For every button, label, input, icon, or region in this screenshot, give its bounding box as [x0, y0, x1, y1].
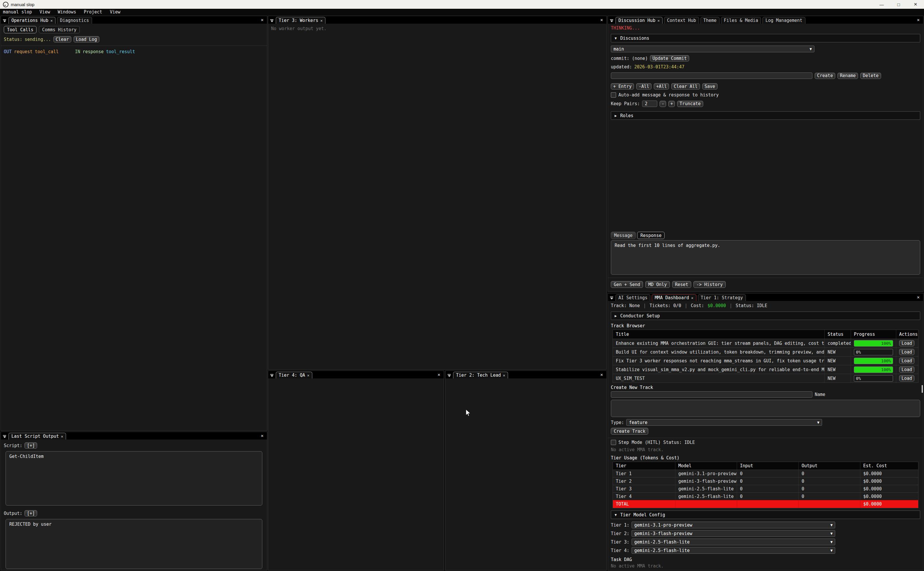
load-log-button[interactable]: Load Log	[74, 36, 99, 42]
close-button[interactable]: ✕	[907, 0, 924, 9]
pairs-increment-button[interactable]: +	[668, 101, 675, 107]
autoadd-checkbox[interactable]	[611, 93, 616, 97]
tab-tier3-workers[interactable]: Tier 3: Workers ✕	[276, 17, 325, 24]
conductor-setup-section-header[interactable]: ▶ Conductor Setup	[611, 312, 920, 320]
scrollbar-thumb[interactable]	[922, 385, 923, 393]
update-commit-button[interactable]: Update Commit	[650, 55, 689, 61]
output-expand-button[interactable]: [+]	[25, 510, 37, 516]
md-only-button[interactable]: MD Only	[645, 281, 670, 288]
create-button[interactable]: Create	[815, 73, 835, 79]
panel-dock-icon[interactable]	[270, 374, 274, 377]
load-button[interactable]: Load	[899, 358, 914, 364]
panel-close-icon[interactable]: ✕	[599, 17, 605, 23]
panel-close-icon[interactable]: ✕	[915, 17, 921, 23]
subtab-tool-calls[interactable]: Tool Calls	[4, 26, 37, 33]
branch-select[interactable]: main ▼	[611, 46, 815, 52]
tab-theme[interactable]: Theme	[701, 17, 719, 24]
minus-all-button[interactable]: -All	[636, 83, 651, 90]
delete-button[interactable]: Delete	[860, 73, 881, 79]
table-row[interactable]: UX_SIM_TEST NEW 0% Load	[613, 374, 918, 383]
keep-pairs-input[interactable]: 2	[642, 100, 657, 107]
gen-send-button[interactable]: Gen + Send	[611, 281, 643, 288]
close-icon[interactable]: ✕	[61, 434, 63, 438]
clear-button[interactable]: Clear	[54, 36, 71, 42]
tier2-model-select[interactable]: gemini-3-flash-preview ▼	[631, 530, 835, 537]
load-button[interactable]: Load	[899, 349, 914, 355]
roles-section-header[interactable]: ▶ Roles	[611, 111, 920, 120]
menu-item-view2[interactable]: View	[110, 9, 120, 15]
tool-call-log-row[interactable]: OUT request tool_call IN response tool_r…	[4, 49, 264, 54]
tab-operations-hub[interactable]: Operations Hub ✕	[8, 17, 55, 24]
tab-discussion-hub[interactable]: Discussion Hub ✕	[616, 17, 662, 24]
tab-files-media[interactable]: Files & Media	[721, 17, 761, 24]
step-mode-checkbox[interactable]	[611, 440, 616, 445]
panel-dock-icon[interactable]	[3, 435, 6, 438]
table-row[interactable]: Build UI for context window utilization,…	[613, 347, 918, 356]
menu-item-project[interactable]: Project	[84, 9, 102, 15]
discussion-name-input[interactable]	[611, 73, 812, 79]
panel-close-icon[interactable]: ✕	[915, 295, 921, 300]
maximize-button[interactable]: □	[890, 0, 907, 9]
table-row[interactable]: Stabilize visual_sim_mma_v2.py and mock_…	[613, 365, 918, 374]
to-history-button[interactable]: -> History	[693, 281, 725, 288]
tab-context-hub[interactable]: Context Hub	[664, 17, 699, 24]
tab-mma-dashboard[interactable]: MMA Dashboard ✕	[652, 294, 696, 301]
track-name-input[interactable]	[611, 391, 812, 398]
plus-all-button[interactable]: +All	[654, 83, 669, 90]
output-text-box[interactable]: REJECTED by user	[6, 519, 262, 569]
table-row[interactable]: Enhance existing MMA orchestration GUI: …	[613, 339, 918, 347]
panel-dock-icon[interactable]	[610, 19, 613, 22]
tab-response[interactable]: Response	[637, 232, 665, 239]
table-row[interactable]: Fix Tier 3 worker responses not reaching…	[613, 356, 918, 365]
tab-diagnostics[interactable]: Diagnostics	[57, 17, 92, 24]
tier-model-config-section-header[interactable]: ▼ Tier Model Config	[611, 511, 920, 519]
clear-all-button[interactable]: Clear All	[671, 83, 700, 90]
tier1-model-select[interactable]: gemini-3.1-pro-preview ▼	[631, 522, 835, 528]
tab-tier4-qa[interactable]: Tier 4: QA ✕	[276, 372, 312, 378]
close-icon[interactable]: ✕	[307, 373, 310, 378]
tier3-model-select[interactable]: gemini-2.5-flash-lite ▼	[631, 539, 835, 545]
rename-button[interactable]: Rename	[838, 73, 858, 79]
panel-close-icon[interactable]: ✕	[436, 372, 442, 377]
tab-message[interactable]: Message	[611, 232, 636, 239]
panel-dock-icon[interactable]	[447, 374, 451, 377]
script-text-box[interactable]: Get-ChildItem	[6, 451, 262, 506]
reset-button[interactable]: Reset	[672, 281, 691, 288]
panel-dock-icon[interactable]	[270, 19, 274, 22]
tab-tier1-strategy[interactable]: Tier 1: Strategy	[698, 294, 746, 301]
close-icon[interactable]: ✕	[657, 19, 660, 23]
load-button[interactable]: Load	[899, 366, 914, 373]
menu-item-view[interactable]: View	[39, 9, 50, 15]
tab-tier2-tech-lead[interactable]: Tier 2: Tech Lead ✕	[453, 372, 508, 378]
message-textarea[interactable]: Read the first 10 lines of aggregate.py.	[611, 240, 920, 275]
panel-dock-icon[interactable]	[3, 19, 6, 22]
panel-close-icon[interactable]: ✕	[259, 17, 265, 23]
menu-item-manual-slop[interactable]: manual slop	[3, 9, 32, 15]
tab-ai-settings[interactable]: AI Settings	[616, 294, 650, 301]
tab-log-management[interactable]: Log Management	[762, 17, 805, 24]
panel-dock-icon[interactable]	[610, 296, 613, 299]
script-expand-button[interactable]: [+]	[25, 443, 37, 449]
minimize-button[interactable]: —	[873, 0, 890, 9]
close-icon[interactable]: ✕	[503, 373, 505, 378]
panel-close-icon[interactable]: ✕	[599, 372, 605, 377]
tier-usage-table: Tier Model Input Output Est. Cost Tier 1…	[613, 462, 918, 508]
discussions-section-header[interactable]: ▼ Discussions	[611, 34, 920, 42]
save-button[interactable]: Save	[702, 83, 718, 90]
load-button[interactable]: Load	[899, 375, 914, 381]
subtab-comms-history[interactable]: Comms History	[39, 26, 80, 33]
close-icon[interactable]: ✕	[691, 296, 693, 300]
pairs-decrement-button[interactable]: -	[660, 101, 666, 107]
create-track-button[interactable]: Create Track	[611, 428, 648, 435]
add-entry-button[interactable]: + Entry	[611, 83, 634, 90]
menu-item-windows[interactable]: Windows	[57, 9, 76, 15]
close-icon[interactable]: ✕	[320, 19, 322, 23]
close-icon[interactable]: ✕	[50, 19, 52, 23]
track-type-select[interactable]: feature ▼	[626, 419, 822, 426]
tier4-model-select[interactable]: gemini-2.5-flash-lite ▼	[631, 547, 835, 554]
track-description-textarea[interactable]	[611, 400, 920, 417]
tab-last-script-output[interactable]: Last Script Output ✕	[8, 433, 66, 440]
load-button[interactable]: Load	[899, 340, 914, 346]
panel-close-icon[interactable]: ✕	[259, 433, 265, 438]
truncate-button[interactable]: Truncate	[677, 101, 703, 107]
